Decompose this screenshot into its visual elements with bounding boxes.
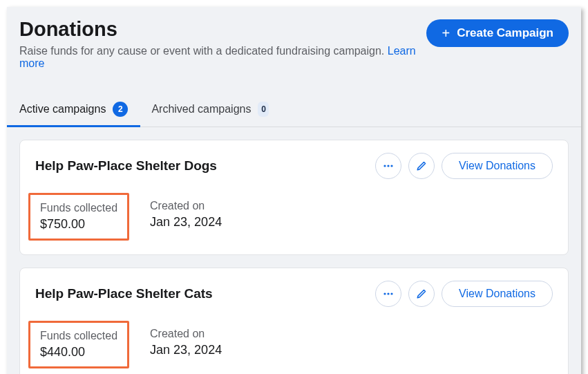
create-campaign-button[interactable]: + Create Campaign [426,19,569,47]
tab-archived-label: Archived campaigns [151,103,251,115]
page-title: Donations [19,18,426,41]
funds-collected-value: $750.00 [40,217,117,232]
created-on-value: Jan 23, 2024 [150,215,222,230]
svg-point-2 [391,165,393,167]
campaign-card: Help Paw-Place Shelter Dogs View Donatio… [19,140,569,255]
campaign-card-header: Help Paw-Place Shelter Dogs View Donatio… [20,140,568,189]
funds-collected-stat: Funds collected $440.00 [28,321,129,368]
pencil-icon [415,160,428,172]
donations-page: Donations Raise funds for any cause or e… [7,7,581,374]
created-on-value: Jan 23, 2024 [150,343,222,357]
tabs-bar: Active campaigns 2 Archived campaigns 0 [7,95,581,127]
campaign-title: Help Paw-Place Shelter Cats [35,286,213,301]
tab-archived-campaigns[interactable]: Archived campaigns 0 [151,95,269,127]
created-on-label: Created on [150,200,222,212]
campaign-card: Help Paw-Place Shelter Cats View Donatio… [19,268,569,374]
ellipsis-icon [382,160,395,172]
create-button-label: Create Campaign [457,26,553,40]
svg-point-5 [391,292,393,294]
more-options-button[interactable] [375,281,401,307]
svg-point-4 [388,292,390,294]
campaign-actions: View Donations [375,281,553,307]
page-subtitle: Raise funds for any cause or event with … [19,45,426,70]
view-donations-button[interactable]: View Donations [442,153,553,179]
ellipsis-icon [382,288,395,300]
campaign-list: Help Paw-Place Shelter Dogs View Donatio… [7,127,581,374]
svg-point-0 [384,165,386,167]
campaign-stats: Funds collected $440.00 Created on Jan 2… [20,317,568,374]
tab-active-campaigns[interactable]: Active campaigns 2 [19,95,128,127]
subtitle-text: Raise funds for any cause or event with … [19,45,384,57]
campaign-title: Help Paw-Place Shelter Dogs [35,158,217,174]
pencil-icon [415,288,428,300]
header-text: Donations Raise funds for any cause or e… [19,18,426,70]
funds-collected-stat: Funds collected $750.00 [28,193,129,241]
campaign-stats: Funds collected $750.00 Created on Jan 2… [20,189,568,254]
svg-point-3 [384,292,386,294]
view-donations-button[interactable]: View Donations [442,281,553,307]
created-on-label: Created on [150,328,222,340]
created-on-stat: Created on Jan 23, 2024 [140,193,231,241]
plus-icon: + [442,26,450,40]
edit-button[interactable] [408,153,435,179]
funds-collected-value: $440.00 [40,345,117,359]
funds-collected-label: Funds collected [40,330,117,342]
svg-point-1 [388,165,390,167]
edit-button[interactable] [408,281,435,307]
campaign-actions: View Donations [375,153,553,179]
more-options-button[interactable] [375,153,401,179]
created-on-stat: Created on Jan 23, 2024 [140,321,231,368]
page-header: Donations Raise funds for any cause or e… [7,7,581,77]
tab-active-count-badge: 2 [113,102,128,117]
funds-collected-label: Funds collected [40,202,117,214]
campaign-card-header: Help Paw-Place Shelter Cats View Donatio… [20,268,568,317]
tab-active-label: Active campaigns [19,103,106,115]
tab-archived-count-badge: 0 [258,102,269,117]
